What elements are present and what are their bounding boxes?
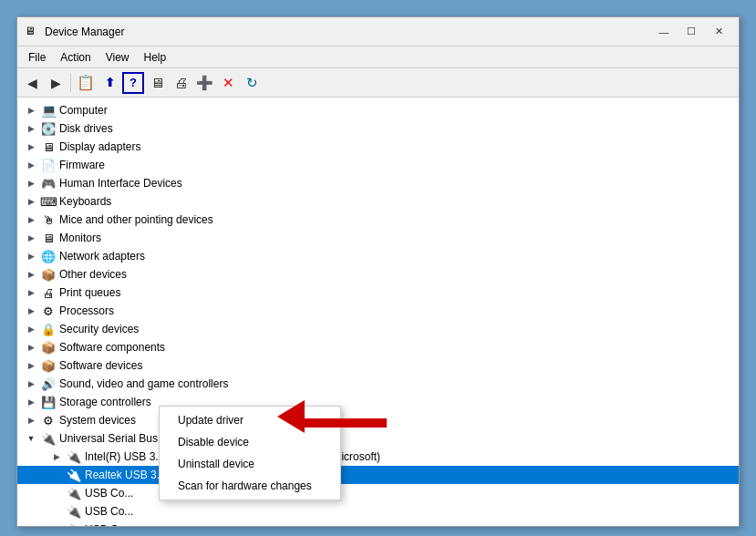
tree-item-usb-c2[interactable]: 🔌 USB Co... bbox=[17, 502, 739, 521]
print-label: Print queues bbox=[59, 286, 739, 299]
expand-network[interactable]: ▶ bbox=[25, 250, 37, 263]
expand-computer[interactable]: ▶ bbox=[25, 104, 37, 117]
ctx-disable-device[interactable]: Disable device bbox=[160, 431, 340, 453]
tree-item-sound[interactable]: ▶ 🔊 Sound, video and game controllers bbox=[17, 375, 739, 393]
keyboard-icon: ⌨ bbox=[41, 194, 56, 209]
refresh-button[interactable]: ↻ bbox=[241, 72, 263, 94]
software-devices-label: Software devices bbox=[59, 359, 739, 372]
tree-item-usb-c1[interactable]: 🔌 USB Co... bbox=[17, 484, 739, 502]
display-icon: 🖥 bbox=[41, 139, 56, 154]
scan-button[interactable]: 🖥 bbox=[146, 72, 168, 94]
tree-item-print[interactable]: ▶ 🖨 Print queues bbox=[17, 283, 739, 302]
expand-display[interactable]: ▶ bbox=[25, 140, 37, 153]
intel-usb-icon: 🔌 bbox=[67, 449, 81, 464]
tree-item-mice[interactable]: ▶ 🖱 Mice and other pointing devices bbox=[17, 211, 739, 229]
tree-item-network[interactable]: ▶ 🌐 Network adapters bbox=[17, 247, 739, 265]
ctx-scan-hardware[interactable]: Scan for hardware changes bbox=[160, 475, 340, 497]
tree-item-system[interactable]: ▶ ⚙ System devices bbox=[17, 411, 739, 429]
main-content: ▶ 💻 Computer ▶ 💽 Disk drives ▶ 🖥 Display… bbox=[17, 98, 739, 526]
tree-item-disk-drives[interactable]: ▶ 💽 Disk drives bbox=[17, 119, 739, 138]
tree-item-hid[interactable]: ▶ 🎮 Human Interface Devices bbox=[17, 174, 739, 192]
mice-label: Mice and other pointing devices bbox=[59, 213, 739, 226]
tree-item-software-components[interactable]: ▶ 📦 Software components bbox=[17, 338, 739, 356]
expand-print[interactable]: ▶ bbox=[25, 286, 37, 299]
print-icon: 🖨 bbox=[41, 285, 56, 300]
expand-realtek[interactable] bbox=[50, 469, 63, 481]
toolbar: ◀ ▶ 📋 ⬆ ? 🖥 🖨 ➕ ✕ ↻ bbox=[17, 68, 739, 98]
add-button[interactable]: ➕ bbox=[193, 72, 215, 94]
expand-software-devices[interactable]: ▶ bbox=[25, 359, 37, 372]
ctx-uninstall-device[interactable]: Uninstall device bbox=[160, 453, 340, 475]
expand-sound[interactable]: ▶ bbox=[25, 377, 37, 390]
expand-software-components[interactable]: ▶ bbox=[25, 341, 37, 354]
expand-monitors[interactable]: ▶ bbox=[25, 232, 37, 244]
tree-item-intel-usb[interactable]: ▶ 🔌 Intel(R) USB 3.1 eXtensible Host Con… bbox=[17, 448, 739, 466]
computer-icon: 💻 bbox=[41, 103, 56, 118]
expand-intel-usb[interactable]: ▶ bbox=[50, 450, 63, 463]
tree-item-realtek[interactable]: 🔌 Realtek USB 3.0 Card Reader bbox=[17, 466, 739, 484]
menu-bar: File Action View Help bbox=[17, 46, 739, 68]
expand-system[interactable]: ▶ bbox=[25, 414, 37, 427]
other-label: Other devices bbox=[59, 268, 739, 281]
expand-storage[interactable]: ▶ bbox=[25, 396, 37, 408]
tree-item-software-devices[interactable]: ▶ 📦 Software devices bbox=[17, 356, 739, 375]
system-icon: ⚙ bbox=[41, 413, 56, 428]
expand-usb[interactable]: ▼ bbox=[25, 432, 37, 445]
software-components-icon: 📦 bbox=[41, 340, 56, 355]
tree-item-processors[interactable]: ▶ ⚙ Processors bbox=[17, 302, 739, 320]
properties-button[interactable]: 📋 bbox=[75, 72, 97, 94]
disk-label: Disk drives bbox=[59, 122, 739, 135]
title-left: 🖥 Device Manager bbox=[25, 25, 124, 39]
expand-mice[interactable]: ▶ bbox=[25, 213, 37, 226]
print-button[interactable]: 🖨 bbox=[170, 72, 192, 94]
forward-button[interactable]: ▶ bbox=[45, 72, 67, 94]
sound-icon: 🔊 bbox=[41, 376, 56, 391]
expand-other[interactable]: ▶ bbox=[25, 268, 37, 281]
tree-item-usb-c3[interactable]: 🔌 USB Co... bbox=[17, 521, 739, 526]
expand-usb-c1[interactable] bbox=[50, 487, 63, 500]
expand-keyboards[interactable]: ▶ bbox=[25, 195, 37, 208]
storage-icon: 💾 bbox=[41, 395, 56, 409]
realtek-icon: 🔌 bbox=[67, 468, 81, 482]
menu-view[interactable]: View bbox=[98, 49, 137, 66]
processors-label: Processors bbox=[59, 304, 739, 317]
security-label: Security devices bbox=[59, 323, 739, 335]
close-button[interactable]: ✕ bbox=[706, 23, 731, 41]
device-manager-window: 🖥 Device Manager — ☐ ✕ File Action View … bbox=[16, 16, 740, 527]
context-menu: Update driver Disable device Uninstall d… bbox=[159, 406, 341, 500]
tree-item-monitors[interactable]: ▶ 🖥 Monitors bbox=[17, 229, 739, 247]
tree-item-firmware[interactable]: ▶ 📄 Firmware bbox=[17, 156, 739, 174]
tree-item-security[interactable]: ▶ 🔒 Security devices bbox=[17, 320, 739, 338]
expand-firmware[interactable]: ▶ bbox=[25, 159, 37, 171]
help-button[interactable]: ? bbox=[122, 72, 144, 94]
expand-hid[interactable]: ▶ bbox=[25, 177, 37, 190]
tree-item-usb[interactable]: ▼ 🔌 Universal Serial Bus controllers bbox=[17, 429, 739, 448]
update-button[interactable]: ⬆ bbox=[98, 72, 120, 94]
remove-button[interactable]: ✕ bbox=[217, 72, 239, 94]
menu-file[interactable]: File bbox=[21, 49, 53, 66]
ctx-update-driver[interactable]: Update driver bbox=[160, 409, 340, 431]
tree-item-other[interactable]: ▶ 📦 Other devices bbox=[17, 265, 739, 283]
menu-action[interactable]: Action bbox=[53, 49, 98, 66]
tree-item-display[interactable]: ▶ 🖥 Display adapters bbox=[17, 138, 739, 156]
toolbar-separator-1 bbox=[70, 74, 71, 92]
sound-label: Sound, video and game controllers bbox=[59, 377, 739, 390]
device-tree[interactable]: ▶ 💻 Computer ▶ 💽 Disk drives ▶ 🖥 Display… bbox=[17, 98, 739, 526]
usb-c1-icon: 🔌 bbox=[67, 486, 81, 500]
tree-item-keyboards[interactable]: ▶ ⌨ Keyboards bbox=[17, 192, 739, 211]
security-icon: 🔒 bbox=[41, 322, 56, 336]
usb-c2-icon: 🔌 bbox=[67, 504, 81, 519]
expand-usb-c2[interactable] bbox=[50, 505, 63, 518]
expand-disk[interactable]: ▶ bbox=[25, 122, 37, 135]
tree-item-computer[interactable]: ▶ 💻 Computer bbox=[17, 101, 739, 119]
menu-help[interactable]: Help bbox=[137, 49, 174, 66]
expand-processors[interactable]: ▶ bbox=[25, 304, 37, 317]
expand-usb-c3[interactable] bbox=[50, 523, 63, 526]
back-button[interactable]: ◀ bbox=[21, 72, 43, 94]
tree-item-storage[interactable]: ▶ 💾 Storage controllers bbox=[17, 393, 739, 411]
minimize-button[interactable]: — bbox=[651, 23, 677, 41]
maximize-button[interactable]: ☐ bbox=[678, 23, 704, 41]
software-devices-icon: 📦 bbox=[41, 358, 56, 373]
hid-icon: 🎮 bbox=[41, 176, 56, 191]
expand-security[interactable]: ▶ bbox=[25, 323, 37, 335]
